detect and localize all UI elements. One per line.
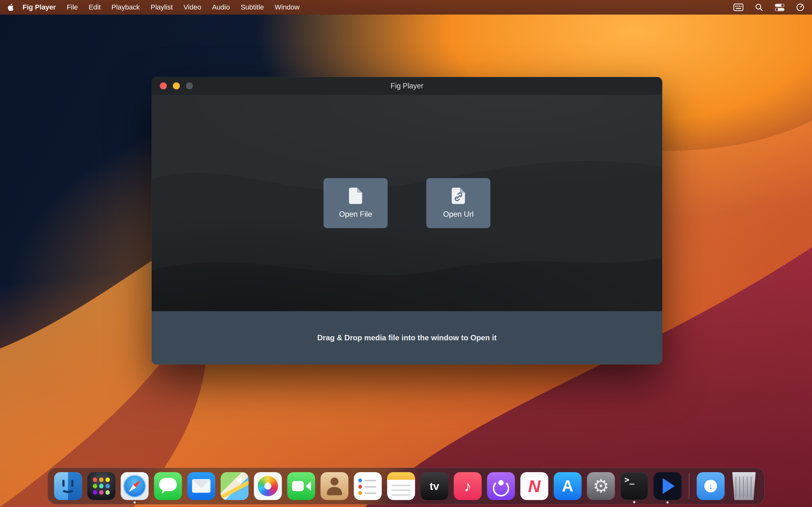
- link-document-icon: [451, 187, 465, 205]
- dock-item-app-store[interactable]: [554, 472, 582, 500]
- dock-item-finder[interactable]: [54, 472, 82, 500]
- menu-audio[interactable]: Audio: [206, 3, 235, 11]
- app-menu-title[interactable]: Fig Player: [17, 3, 61, 11]
- window-content: Open File Open Url: [152, 95, 662, 311]
- dock-item-launchpad[interactable]: [88, 472, 115, 500]
- dock-item-news[interactable]: [520, 472, 548, 500]
- traffic-lights: [160, 82, 193, 89]
- menu-bar: Fig Player File Edit Playback Playlist V…: [0, 0, 812, 14]
- dock-separator: [689, 473, 690, 499]
- open-file-button[interactable]: Open File: [323, 178, 388, 228]
- dock-item-notes[interactable]: [387, 472, 415, 500]
- file-document-icon: [349, 187, 362, 205]
- dock-item-system-settings[interactable]: [587, 472, 615, 500]
- dock-item-trash[interactable]: [730, 472, 758, 500]
- dock-item-reminders[interactable]: [354, 472, 382, 500]
- dock-item-tv[interactable]: [420, 472, 449, 500]
- control-center-icon[interactable]: [774, 3, 785, 11]
- dock-item-podcasts[interactable]: [487, 472, 515, 500]
- dock-item-photos[interactable]: [254, 472, 282, 500]
- content-wave-decoration: [152, 95, 662, 311]
- open-url-label: Open Url: [443, 210, 473, 219]
- window-titlebar[interactable]: Fig Player: [152, 77, 662, 95]
- clock-icon[interactable]: [796, 3, 804, 11]
- menu-playback[interactable]: Playback: [106, 3, 145, 11]
- dock-item-safari[interactable]: [121, 472, 149, 500]
- window-title: Fig Player: [391, 82, 423, 90]
- open-file-label: Open File: [339, 210, 372, 219]
- menu-video[interactable]: Video: [178, 3, 207, 11]
- dock-item-downloads[interactable]: [697, 472, 725, 500]
- menu-edit[interactable]: Edit: [84, 3, 106, 11]
- menu-subtitle[interactable]: Subtitle: [235, 3, 269, 11]
- dock-item-messages[interactable]: [154, 472, 182, 500]
- menu-bar-status-area: [733, 3, 804, 11]
- dock-item-music[interactable]: [454, 472, 482, 500]
- spotlight-search-icon[interactable]: [755, 3, 763, 11]
- dock-item-contacts[interactable]: [321, 472, 349, 500]
- menu-playlist[interactable]: Playlist: [145, 3, 178, 11]
- fig-player-window: Fig Player Open File: [152, 77, 662, 364]
- open-url-button[interactable]: Open Url: [426, 178, 490, 228]
- menu-file[interactable]: File: [61, 3, 83, 11]
- close-button[interactable]: [160, 82, 167, 89]
- input-source-icon[interactable]: [733, 3, 744, 11]
- zoom-button[interactable]: [186, 82, 193, 89]
- running-indicator: [134, 501, 136, 504]
- dock: [48, 468, 765, 504]
- menu-window[interactable]: Window: [269, 3, 305, 11]
- drop-hint-bar: Drag & Drop media file into the window t…: [152, 311, 662, 364]
- minimize-button[interactable]: [173, 82, 180, 89]
- dock-item-facetime[interactable]: [287, 472, 315, 500]
- drop-hint-text: Drag & Drop media file into the window t…: [317, 333, 496, 342]
- dock-item-fig-player[interactable]: [654, 472, 681, 500]
- dock-item-terminal[interactable]: [620, 472, 648, 500]
- dock-item-mail[interactable]: [188, 472, 215, 500]
- running-indicator: [666, 501, 669, 504]
- apple-menu[interactable]: [8, 3, 14, 11]
- apple-logo-icon: [8, 3, 14, 11]
- running-indicator: [633, 501, 635, 503]
- finder-smile: [61, 484, 75, 493]
- dock-item-maps[interactable]: [221, 472, 249, 500]
